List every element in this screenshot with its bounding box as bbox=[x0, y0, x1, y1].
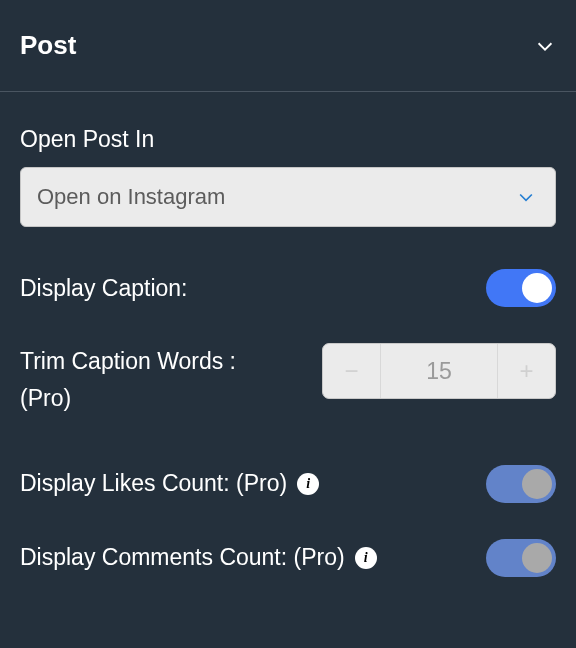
open-post-in-selected[interactable]: Open on Instagram bbox=[20, 167, 556, 227]
stepper-value[interactable]: 15 bbox=[381, 344, 497, 398]
display-comments-label: Display Comments Count: (Pro) i bbox=[20, 544, 377, 571]
open-post-in-select[interactable]: Open on Instagram bbox=[20, 167, 556, 227]
trim-caption-label-line1: Trim Caption Words : bbox=[20, 343, 236, 380]
display-likes-toggle[interactable] bbox=[486, 465, 556, 503]
display-caption-row: Display Caption: bbox=[20, 269, 556, 307]
open-post-in-label: Open Post In bbox=[20, 126, 556, 153]
trim-caption-label-line2: (Pro) bbox=[20, 380, 236, 417]
info-icon[interactable]: i bbox=[355, 547, 377, 569]
trim-caption-row: Trim Caption Words : (Pro) − 15 + bbox=[20, 343, 556, 417]
panel-title: Post bbox=[20, 30, 76, 61]
trim-caption-stepper[interactable]: − 15 + bbox=[322, 343, 556, 399]
display-likes-label-text: Display Likes Count: (Pro) bbox=[20, 470, 287, 497]
trim-caption-label: Trim Caption Words : (Pro) bbox=[20, 343, 236, 417]
panel-header[interactable]: Post bbox=[0, 0, 576, 92]
display-caption-toggle[interactable] bbox=[486, 269, 556, 307]
chevron-down-icon[interactable] bbox=[534, 35, 556, 57]
toggle-knob bbox=[522, 273, 552, 303]
display-comments-row: Display Comments Count: (Pro) i bbox=[20, 539, 556, 577]
display-likes-row: Display Likes Count: (Pro) i bbox=[20, 465, 556, 503]
toggle-knob bbox=[522, 469, 552, 499]
display-likes-label: Display Likes Count: (Pro) i bbox=[20, 470, 319, 497]
stepper-minus-button[interactable]: − bbox=[323, 344, 381, 398]
display-comments-toggle[interactable] bbox=[486, 539, 556, 577]
stepper-plus-button[interactable]: + bbox=[497, 344, 555, 398]
info-icon[interactable]: i bbox=[297, 473, 319, 495]
toggle-knob bbox=[522, 543, 552, 573]
display-caption-label: Display Caption: bbox=[20, 275, 187, 302]
display-comments-label-text: Display Comments Count: (Pro) bbox=[20, 544, 345, 571]
panel-body: Open Post In Open on Instagram Display C… bbox=[0, 92, 576, 633]
